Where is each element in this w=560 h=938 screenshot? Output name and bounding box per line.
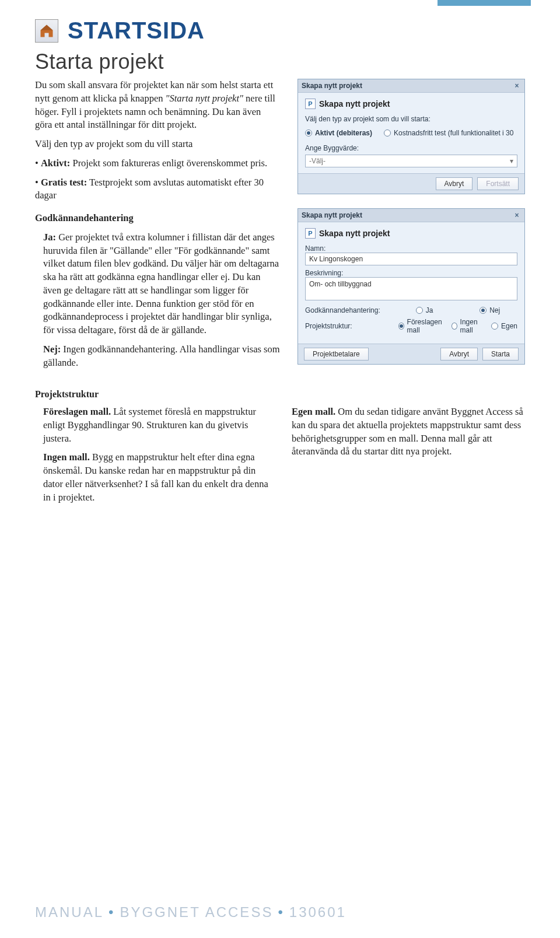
radio-godk-ja[interactable]: Ja xyxy=(416,306,433,314)
close-icon[interactable]: × xyxy=(513,211,521,219)
radio-aktivt-label: Aktivt (debiteras) xyxy=(315,129,372,137)
namn-label: Namn: xyxy=(305,244,517,253)
avbryt-button[interactable]: Avbryt xyxy=(436,177,473,190)
radio-aktivt[interactable]: Aktivt (debiteras) xyxy=(305,129,372,137)
struktur-fm-block: Föreslagen mall. Låt systemet föreslå en… xyxy=(43,405,268,445)
byggvarde-select[interactable]: -Välj- ▾ xyxy=(305,155,517,167)
radio-struktur-fm[interactable]: Föreslagen mall xyxy=(398,318,444,334)
godk-nej-block: Nej: Ingen godkännandehantering. Alla ha… xyxy=(43,343,280,370)
radio-struktur-em[interactable]: Egen xyxy=(491,322,517,330)
close-icon[interactable]: × xyxy=(513,82,521,90)
godk-nej-text: Ingen godkännandehantering. Alla handlin… xyxy=(43,344,280,368)
struktur-em-block: Egen mall. Om du sedan tidigare använt B… xyxy=(292,405,525,459)
struktur-fm-label: Föreslagen mall. xyxy=(43,406,111,417)
struktur-em-label: Egen mall. xyxy=(292,406,335,417)
projektbetalare-button[interactable]: Projektbetalare xyxy=(304,348,369,360)
project-icon: P xyxy=(305,228,316,239)
bullet-aktivt-text: Projekt som faktureras enligt överenskom… xyxy=(70,158,267,169)
bullet-aktivt-label: Aktivt: xyxy=(41,158,70,169)
intro-button-ref: "Starta nytt projekt" xyxy=(166,93,243,104)
namn-value: Kv Lingonskogen xyxy=(309,255,363,263)
radio-fm-label: Föreslagen mall xyxy=(407,318,445,334)
godk-ja-text: Ger projektet två extra kolumner i filli… xyxy=(43,232,279,335)
radio-dot-icon xyxy=(416,307,423,314)
radio-em-label: Egen xyxy=(501,322,517,330)
radio-dot-icon xyxy=(491,323,498,330)
struktur-heading: Projektstruktur xyxy=(35,389,99,399)
dialog2-inner-title: Skapa nytt projekt xyxy=(319,229,390,238)
footer: MANUAL•BYGGNET ACCESS•130601 xyxy=(35,904,346,921)
dialog1-prompt: Välj den typ av projekt som du vill star… xyxy=(305,115,517,123)
page-title: STARTSIDA xyxy=(68,18,205,44)
radio-struktur-im[interactable]: Ingen mall xyxy=(452,318,484,334)
namn-input[interactable]: Kv Lingonskogen xyxy=(305,253,517,265)
beskrivning-input[interactable]: Om- och tillbyggnad xyxy=(305,277,517,300)
radio-godk-nej-label: Nej xyxy=(489,306,500,314)
bullet-gratis: Gratis test: Testprojekt som avslutas au… xyxy=(35,176,280,203)
struktur-field-label: Projektstruktur: xyxy=(305,322,393,330)
radio-godk-nej[interactable]: Nej xyxy=(480,306,500,314)
radio-kostnad-label: Kostnadsfritt test (full funktionalitet … xyxy=(394,129,513,137)
footer-product: BYGGNET ACCESS xyxy=(120,904,273,920)
beskrivning-label: Beskrivning: xyxy=(305,269,517,277)
footer-date: 130601 xyxy=(289,904,346,920)
radio-kostnadsfritt[interactable]: Kostnadsfritt test (full funktionalitet … xyxy=(384,129,513,137)
dialog1-title: Skapa nytt projekt xyxy=(302,82,362,90)
dialog2-title: Skapa nytt projekt xyxy=(302,211,362,219)
choose-type-text: Välj den typ av projekt som du vill star… xyxy=(35,138,280,151)
radio-im-label: Ingen mall xyxy=(460,318,484,334)
header: STARTSIDA xyxy=(35,18,525,44)
dialog-create-project-details: Skapa nytt projekt × P Skapa nytt projek… xyxy=(298,208,525,365)
godk-field-label: Godkännandehantering: xyxy=(305,306,393,314)
godk-nej-label: Nej: xyxy=(43,344,61,355)
avbryt-button[interactable]: Avbryt xyxy=(440,348,478,360)
dialog-create-project-type: Skapa nytt projekt × P Skapa nytt projek… xyxy=(298,79,525,194)
bullet-gratis-label: Gratis test: xyxy=(41,177,87,188)
footer-manual: MANUAL xyxy=(35,904,104,920)
beskrivning-value: Om- och tillbyggnad xyxy=(309,280,372,288)
struktur-im-label: Ingen mall. xyxy=(43,452,90,463)
top-accent-bar xyxy=(438,0,531,6)
godk-ja-block: Ja: Ger projektet två extra kolumner i f… xyxy=(43,231,280,337)
bullet-aktivt: Aktivt: Projekt som faktureras enligt öv… xyxy=(35,157,280,170)
godk-ja-label: Ja: xyxy=(43,232,56,243)
byggvarde-label: Ange Byggvärde: xyxy=(305,144,517,152)
radio-dot-icon xyxy=(452,323,457,330)
radio-godk-ja-label: Ja xyxy=(426,306,433,314)
home-icon xyxy=(35,19,58,43)
radio-dot-icon xyxy=(384,130,391,136)
byggvarde-value: -Välj- xyxy=(309,157,326,165)
intro-paragraph: Du som skall ansvara för projektet kan n… xyxy=(35,79,280,132)
fortsatt-button[interactable]: Fortsätt xyxy=(477,177,519,190)
starta-button[interactable]: Starta xyxy=(482,348,519,360)
godk-heading: Godkännandehantering xyxy=(35,212,134,223)
radio-dot-icon xyxy=(480,307,487,314)
chevron-down-icon: ▾ xyxy=(510,157,513,165)
radio-dot-icon xyxy=(305,130,312,136)
radio-dot-icon xyxy=(398,323,404,330)
struktur-im-block: Ingen mall. Bygg en mappstruktur helt ef… xyxy=(43,451,268,504)
section-title: Starta projekt xyxy=(35,50,525,74)
dialog1-inner-title: Skapa nytt projekt xyxy=(319,99,390,108)
project-icon: P xyxy=(305,99,316,109)
